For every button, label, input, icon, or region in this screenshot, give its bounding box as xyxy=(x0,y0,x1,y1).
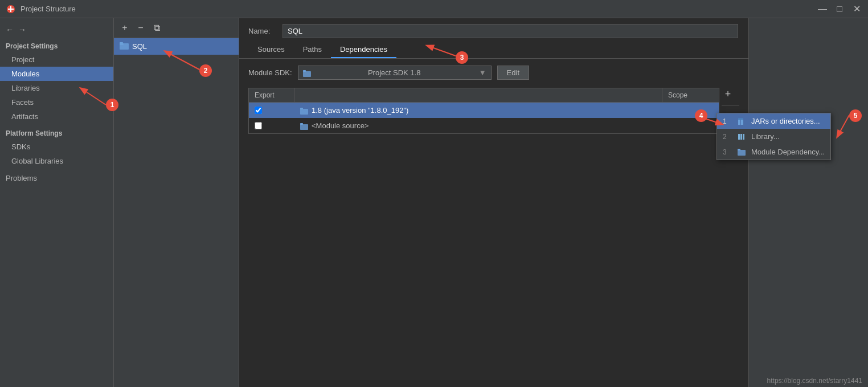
content-area: Name: Sources Paths Dependencies Module … xyxy=(239,18,748,387)
table-header: Export Scope xyxy=(249,88,719,103)
library-icon xyxy=(736,133,747,141)
dropdown-item-num-1: 1 xyxy=(723,117,732,125)
export-column-header: Export xyxy=(249,88,294,102)
svg-rect-6 xyxy=(303,71,311,77)
sidebar-item-libraries[interactable]: Libraries xyxy=(0,81,113,95)
svg-rect-14 xyxy=(738,118,743,120)
svg-rect-18 xyxy=(738,150,746,156)
tabs-row: Sources Paths Dependencies xyxy=(239,42,748,59)
tab-paths[interactable]: Paths xyxy=(294,42,331,58)
svg-rect-10 xyxy=(300,124,308,130)
dropdown-item-library[interactable]: 2 Library... xyxy=(717,129,830,144)
module-list-area: + − ⧉ SQL xyxy=(114,18,239,387)
dropdown-arrow-icon: ▼ xyxy=(479,68,486,77)
name-input[interactable] xyxy=(282,24,738,38)
add-module-button[interactable]: + xyxy=(118,22,131,34)
export-checkbox-cell xyxy=(249,107,294,114)
module-name: SQL xyxy=(132,42,147,51)
nav-forward-arrow[interactable]: → xyxy=(18,25,26,34)
table-row[interactable]: <Module source> xyxy=(249,118,719,133)
table-row[interactable]: 1.8 (java version "1.8.0_192") xyxy=(249,103,719,118)
svg-rect-19 xyxy=(738,149,740,150)
project-settings-title: Project Settings xyxy=(0,39,113,52)
name-column-header xyxy=(294,88,662,102)
annotation-3: 3 xyxy=(456,51,468,64)
module-source-icon xyxy=(300,121,308,130)
maximize-button[interactable]: □ xyxy=(834,3,845,15)
dep-name-2: <Module source> xyxy=(312,121,369,130)
name-label: Name: xyxy=(248,27,277,35)
platform-settings-title: Platform Settings xyxy=(0,124,113,140)
sidebar-item-facets[interactable]: Facets xyxy=(0,95,113,109)
sidebar-item-project[interactable]: Project xyxy=(0,52,113,67)
annotation-4: 4 xyxy=(695,109,707,122)
jars-label: JARs or directories... xyxy=(751,117,820,125)
title-bar: Project Structure — □ ✕ xyxy=(0,0,868,18)
tab-sources[interactable]: Sources xyxy=(248,42,294,58)
dep-name-cell: 1.8 (java version "1.8.0_192") xyxy=(294,106,662,115)
dropdown-item-num-2: 2 xyxy=(723,133,732,141)
close-button[interactable]: ✕ xyxy=(851,3,862,15)
dependencies-table: Export Scope xyxy=(248,88,719,134)
dep-name: 1.8 (java version "1.8.0_192") xyxy=(312,106,408,115)
right-panel xyxy=(748,18,868,387)
tab-dependencies[interactable]: Dependencies xyxy=(331,42,396,58)
sidebar-item-modules[interactable]: Modules xyxy=(0,67,113,81)
module-sdk-dropdown[interactable]: Project SDK 1.8 ▼ xyxy=(298,66,492,80)
app-icon xyxy=(6,4,16,14)
annotation-1: 1 xyxy=(106,99,118,111)
svg-rect-11 xyxy=(300,123,303,125)
dependencies-content: Module SDK: Project SDK 1.8 ▼ Edit xyxy=(239,59,748,387)
module-toolbar: + − ⧉ xyxy=(114,18,239,38)
divider xyxy=(722,105,739,105)
sidebar-item-sdks[interactable]: SDKs xyxy=(0,140,113,154)
export-checkbox-2[interactable] xyxy=(255,122,262,129)
module-sdk-label: Module SDK: xyxy=(248,68,292,77)
module-dep-icon xyxy=(736,148,747,156)
svg-rect-7 xyxy=(303,70,306,72)
module-list-item[interactable]: SQL xyxy=(114,38,239,55)
url-bar: https://blog.csdn.net/starry1441 xyxy=(761,374,868,387)
window-title: Project Structure xyxy=(21,5,817,13)
sidebar: ← → Project Settings Project Modules Lib… xyxy=(0,18,114,387)
sidebar-item-global-libraries[interactable]: Global Libraries xyxy=(0,154,113,168)
svg-rect-17 xyxy=(743,134,744,140)
window-controls: — □ ✕ xyxy=(817,3,862,15)
svg-rect-15 xyxy=(738,134,740,140)
dropdown-item-module-dep[interactable]: 3 Module Dependency... xyxy=(717,144,830,160)
edit-sdk-button[interactable]: Edit xyxy=(497,66,529,80)
library-label: Library... xyxy=(751,132,780,141)
annotation-2: 2 xyxy=(199,64,212,77)
dep-name-cell-2: <Module source> xyxy=(294,121,662,130)
nav-arrows: ← → xyxy=(0,23,113,39)
sidebar-item-artifacts[interactable]: Artifacts xyxy=(0,109,113,124)
module-folder-icon xyxy=(120,42,129,51)
sidebar-item-problems[interactable]: Problems xyxy=(0,168,113,185)
svg-rect-5 xyxy=(120,42,123,44)
sdk-folder-icon xyxy=(303,68,311,77)
remove-module-button[interactable]: − xyxy=(134,22,147,34)
add-dependency-button[interactable]: + xyxy=(722,88,734,100)
minimize-button[interactable]: — xyxy=(817,3,828,15)
copy-module-button[interactable]: ⧉ xyxy=(150,22,163,34)
svg-rect-16 xyxy=(740,134,742,140)
name-row: Name: xyxy=(239,18,748,42)
jars-icon xyxy=(736,117,747,125)
nav-back-arrow[interactable]: ← xyxy=(6,25,14,34)
export-checkbox[interactable] xyxy=(255,107,262,114)
svg-rect-8 xyxy=(300,109,308,115)
annotation-5: 5 xyxy=(849,109,862,122)
module-dep-label: Module Dependency... xyxy=(751,148,825,156)
add-dependency-dropdown: 1 JARs or directories... 2 Library... 3 xyxy=(716,113,831,160)
module-sdk-row: Module SDK: Project SDK 1.8 ▼ Edit xyxy=(248,66,739,80)
main-layout: ← → Project Settings Project Modules Lib… xyxy=(0,18,868,387)
sdk-value: Project SDK 1.8 xyxy=(368,68,421,77)
export-checkbox-cell-2 xyxy=(249,122,294,129)
svg-rect-9 xyxy=(300,108,303,109)
dropdown-item-num-3: 3 xyxy=(723,148,732,156)
jdk-icon xyxy=(300,106,308,115)
dropdown-item-jars[interactable]: 1 JARs or directories... xyxy=(717,113,830,129)
svg-rect-2 xyxy=(10,6,11,12)
scope-column-header: Scope xyxy=(662,88,719,102)
